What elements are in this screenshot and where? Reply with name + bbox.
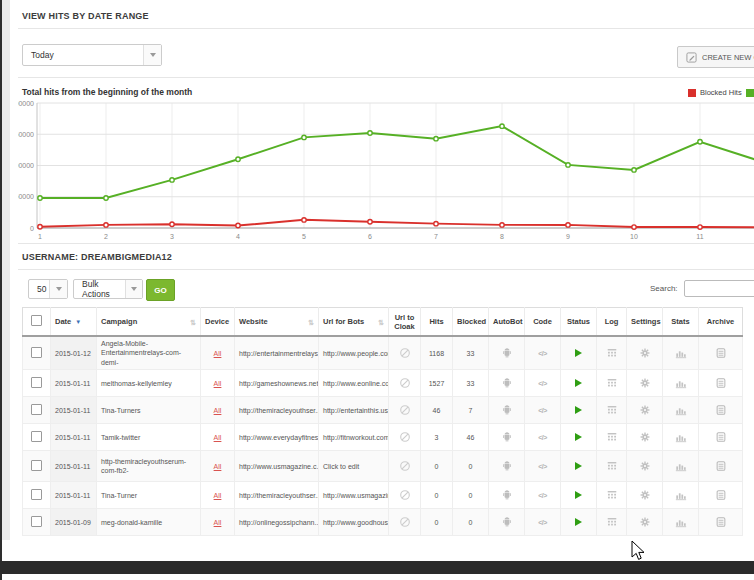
code-icon[interactable]: </> <box>538 463 547 470</box>
create-new-campaign-button[interactable]: CREATE NEW CAMPAIGN <box>677 46 754 68</box>
cloak-icon[interactable] <box>399 404 411 416</box>
android-autobot-icon[interactable] <box>501 377 513 389</box>
device-link[interactable]: All <box>214 434 222 441</box>
archive-icon[interactable] <box>715 516 727 528</box>
code-icon[interactable]: </> <box>538 434 547 441</box>
page-size-value: 50 <box>37 284 46 294</box>
code-icon[interactable]: </> <box>538 519 547 526</box>
log-icon[interactable] <box>606 377 618 389</box>
col-hits[interactable]: Hits <box>421 308 453 337</box>
go-button[interactable]: GO <box>146 279 175 301</box>
status-play-icon[interactable] <box>575 518 582 526</box>
settings-gear-icon[interactable] <box>639 460 651 472</box>
status-play-icon[interactable] <box>575 406 582 414</box>
cloak-icon[interactable] <box>399 431 411 443</box>
code-icon[interactable]: </> <box>538 492 547 499</box>
device-link[interactable]: All <box>214 492 222 499</box>
row-checkbox[interactable] <box>31 347 42 358</box>
col-device[interactable]: Device <box>201 308 235 337</box>
archive-icon[interactable] <box>715 460 727 472</box>
code-icon[interactable]: </> <box>538 407 547 414</box>
row-checkbox[interactable] <box>31 460 42 471</box>
android-autobot-icon[interactable] <box>501 404 513 416</box>
device-link[interactable]: All <box>214 350 222 357</box>
android-autobot-icon[interactable] <box>501 460 513 472</box>
cloak-icon[interactable] <box>399 516 411 528</box>
archive-icon[interactable] <box>715 404 727 416</box>
table-row: 2015-01-11 Tamik-twitter All http://www.… <box>23 424 743 451</box>
archive-icon[interactable] <box>715 347 727 359</box>
cloak-icon[interactable] <box>399 347 411 359</box>
settings-gear-icon[interactable] <box>639 516 651 528</box>
cell-url-for-bots[interactable]: Click to edit <box>319 451 389 482</box>
col-website[interactable]: Website⇅ <box>235 308 319 337</box>
col-blocked[interactable]: Blocked <box>453 308 489 337</box>
col-url-for-bots[interactable]: Url for Bots⇅ <box>319 308 389 337</box>
cell-website: http://entertainmentrelays... <box>235 336 319 370</box>
android-autobot-icon[interactable] <box>501 489 513 501</box>
cloak-icon[interactable] <box>399 489 411 501</box>
stats-icon[interactable] <box>675 489 687 501</box>
log-icon[interactable] <box>606 489 618 501</box>
android-autobot-icon[interactable] <box>501 431 513 443</box>
log-icon[interactable] <box>606 404 618 416</box>
archive-icon[interactable] <box>715 377 727 389</box>
bulk-actions-select[interactable]: Bulk Actions <box>73 279 143 299</box>
status-play-icon[interactable] <box>575 379 582 387</box>
cell-blocked: 46 <box>453 424 489 451</box>
status-play-icon[interactable] <box>575 462 582 470</box>
col-campaign[interactable]: Campaign⇅ <box>97 308 201 337</box>
log-icon[interactable] <box>606 431 618 443</box>
log-icon[interactable] <box>606 460 618 472</box>
cell-campaign: http-themiracleyouthserum-com-fb2- <box>97 451 201 482</box>
cell-blocked: 0 <box>453 451 489 482</box>
android-autobot-icon[interactable] <box>501 347 513 359</box>
device-link[interactable]: All <box>214 519 222 526</box>
col-stats: Stats <box>663 308 699 337</box>
col-url-to-cloak[interactable]: Url to Cloak <box>389 308 421 337</box>
search-input[interactable] <box>684 280 754 297</box>
row-checkbox[interactable] <box>31 489 42 500</box>
col-date[interactable]: Date▼ <box>51 308 97 337</box>
device-link[interactable]: All <box>214 407 222 414</box>
log-icon[interactable] <box>606 347 618 359</box>
select-all-checkbox[interactable] <box>31 315 42 326</box>
settings-gear-icon[interactable] <box>639 404 651 416</box>
settings-gear-icon[interactable] <box>639 377 651 389</box>
device-link[interactable]: All <box>214 380 222 387</box>
stats-icon[interactable] <box>675 404 687 416</box>
cloak-icon[interactable] <box>399 460 411 472</box>
row-checkbox[interactable] <box>31 404 42 415</box>
stats-icon[interactable] <box>675 431 687 443</box>
code-icon[interactable]: </> <box>538 380 547 387</box>
pencil-box-icon <box>686 52 697 63</box>
table-row: 2015-01-11 Tina-Turner All http://themir… <box>23 482 743 509</box>
stats-icon[interactable] <box>675 516 687 528</box>
status-play-icon[interactable] <box>575 433 582 441</box>
status-play-icon[interactable] <box>575 349 582 357</box>
settings-gear-icon[interactable] <box>639 489 651 501</box>
status-play-icon[interactable] <box>575 491 582 499</box>
svg-text:1: 1 <box>38 233 42 240</box>
log-icon[interactable] <box>606 516 618 528</box>
row-checkbox[interactable] <box>31 516 42 527</box>
row-checkbox[interactable] <box>31 431 42 442</box>
stats-icon[interactable] <box>675 460 687 472</box>
col-settings: Settings <box>627 308 663 337</box>
stats-icon[interactable] <box>675 347 687 359</box>
code-icon[interactable]: </> <box>538 350 547 357</box>
archive-icon[interactable] <box>715 431 727 443</box>
sort-desc-icon: ▼ <box>75 319 81 325</box>
chart-legend: Blocked Hits Valid Hits <box>688 88 754 97</box>
settings-gear-icon[interactable] <box>639 347 651 359</box>
row-checkbox[interactable] <box>31 377 42 388</box>
device-link[interactable]: All <box>214 463 222 470</box>
settings-gear-icon[interactable] <box>639 431 651 443</box>
stats-icon[interactable] <box>675 377 687 389</box>
cloak-icon[interactable] <box>399 377 411 389</box>
sort-icon: ⇅ <box>378 319 384 326</box>
android-autobot-icon[interactable] <box>501 516 513 528</box>
date-range-select[interactable]: Today <box>22 44 162 66</box>
page-size-select[interactable]: 50 <box>28 279 68 299</box>
archive-icon[interactable] <box>715 489 727 501</box>
